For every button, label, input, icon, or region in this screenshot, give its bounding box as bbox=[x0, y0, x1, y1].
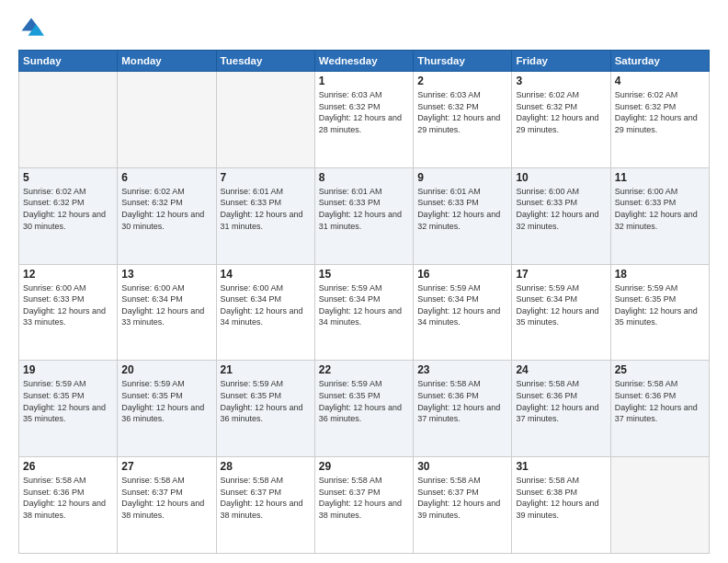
day-number: 29 bbox=[319, 460, 409, 473]
calendar-week-row: 5Sunrise: 6:02 AMSunset: 6:32 PMDaylight… bbox=[19, 167, 710, 264]
calendar-day-cell: 28Sunrise: 5:58 AMSunset: 6:37 PMDayligh… bbox=[216, 457, 314, 554]
day-info: Sunrise: 6:03 AMSunset: 6:32 PMDaylight:… bbox=[417, 89, 507, 135]
day-info: Sunrise: 5:59 AMSunset: 6:35 PMDaylight:… bbox=[221, 378, 311, 424]
day-info: Sunrise: 6:02 AMSunset: 6:32 PMDaylight:… bbox=[121, 186, 211, 232]
day-number: 7 bbox=[221, 171, 311, 184]
day-info: Sunrise: 6:03 AMSunset: 6:32 PMDaylight:… bbox=[319, 89, 409, 135]
day-info: Sunrise: 5:59 AMSunset: 6:35 PMDaylight:… bbox=[121, 378, 211, 424]
day-number: 30 bbox=[417, 460, 507, 473]
day-number: 24 bbox=[516, 363, 606, 376]
day-number: 28 bbox=[221, 460, 311, 473]
day-number: 14 bbox=[221, 268, 311, 281]
calendar-day-cell: 9Sunrise: 6:01 AMSunset: 6:33 PMDaylight… bbox=[414, 167, 512, 264]
calendar-day-cell: 1Sunrise: 6:03 AMSunset: 6:32 PMDaylight… bbox=[314, 72, 413, 168]
day-info: Sunrise: 6:00 AMSunset: 6:33 PMDaylight:… bbox=[516, 186, 606, 232]
day-number: 21 bbox=[221, 363, 311, 376]
weekday-header: Friday bbox=[512, 51, 610, 72]
day-number: 23 bbox=[417, 363, 507, 376]
day-info: Sunrise: 5:58 AMSunset: 6:36 PMDaylight:… bbox=[615, 378, 705, 424]
day-info: Sunrise: 5:59 AMSunset: 6:35 PMDaylight:… bbox=[319, 378, 409, 424]
day-number: 15 bbox=[319, 268, 409, 281]
day-number: 6 bbox=[121, 171, 211, 184]
day-info: Sunrise: 5:58 AMSunset: 6:36 PMDaylight:… bbox=[516, 378, 606, 424]
day-info: Sunrise: 5:58 AMSunset: 6:36 PMDaylight:… bbox=[23, 475, 113, 521]
weekday-header: Monday bbox=[118, 51, 216, 72]
day-info: Sunrise: 5:58 AMSunset: 6:36 PMDaylight:… bbox=[417, 378, 507, 424]
day-number: 8 bbox=[319, 171, 409, 184]
day-number: 12 bbox=[23, 268, 113, 281]
calendar-day-cell: 15Sunrise: 5:59 AMSunset: 6:34 PMDayligh… bbox=[314, 264, 413, 361]
day-number: 31 bbox=[516, 460, 606, 473]
day-number: 18 bbox=[615, 268, 705, 281]
day-info: Sunrise: 5:58 AMSunset: 6:37 PMDaylight:… bbox=[417, 475, 507, 521]
day-info: Sunrise: 5:59 AMSunset: 6:34 PMDaylight:… bbox=[319, 282, 409, 328]
day-info: Sunrise: 6:01 AMSunset: 6:33 PMDaylight:… bbox=[319, 186, 409, 232]
calendar-table: SundayMondayTuesdayWednesdayThursdayFrid… bbox=[18, 50, 710, 554]
calendar-header-row: SundayMondayTuesdayWednesdayThursdayFrid… bbox=[19, 51, 710, 72]
calendar-day-cell: 8Sunrise: 6:01 AMSunset: 6:33 PMDaylight… bbox=[314, 167, 413, 264]
calendar-day-cell: 18Sunrise: 5:59 AMSunset: 6:35 PMDayligh… bbox=[610, 264, 709, 361]
day-info: Sunrise: 6:00 AMSunset: 6:34 PMDaylight:… bbox=[121, 282, 211, 328]
calendar-day-cell: 3Sunrise: 6:02 AMSunset: 6:32 PMDaylight… bbox=[512, 72, 610, 168]
day-number: 3 bbox=[516, 75, 606, 87]
calendar-day-cell: 4Sunrise: 6:02 AMSunset: 6:32 PMDaylight… bbox=[610, 72, 709, 168]
calendar-day-cell: 7Sunrise: 6:01 AMSunset: 6:33 PMDaylight… bbox=[216, 167, 314, 264]
calendar-day-cell: 21Sunrise: 5:59 AMSunset: 6:35 PMDayligh… bbox=[216, 361, 314, 457]
calendar-day-cell: 14Sunrise: 6:00 AMSunset: 6:34 PMDayligh… bbox=[216, 264, 314, 361]
calendar-day-cell: 30Sunrise: 5:58 AMSunset: 6:37 PMDayligh… bbox=[414, 457, 512, 554]
day-info: Sunrise: 6:00 AMSunset: 6:33 PMDaylight:… bbox=[615, 186, 705, 232]
day-info: Sunrise: 5:59 AMSunset: 6:35 PMDaylight:… bbox=[615, 282, 705, 328]
day-number: 9 bbox=[417, 171, 507, 184]
day-info: Sunrise: 6:02 AMSunset: 6:32 PMDaylight:… bbox=[615, 89, 705, 135]
day-number: 11 bbox=[615, 171, 705, 184]
calendar-day-cell: 23Sunrise: 5:58 AMSunset: 6:36 PMDayligh… bbox=[414, 361, 512, 457]
day-info: Sunrise: 5:58 AMSunset: 6:38 PMDaylight:… bbox=[516, 475, 606, 521]
calendar-day-cell bbox=[216, 72, 314, 168]
day-number: 1 bbox=[319, 75, 409, 87]
day-info: Sunrise: 5:59 AMSunset: 6:34 PMDaylight:… bbox=[516, 282, 606, 328]
calendar-day-cell: 24Sunrise: 5:58 AMSunset: 6:36 PMDayligh… bbox=[512, 361, 610, 457]
weekday-header: Sunday bbox=[19, 51, 118, 72]
day-number: 4 bbox=[615, 75, 705, 87]
calendar-day-cell: 19Sunrise: 5:59 AMSunset: 6:35 PMDayligh… bbox=[19, 361, 118, 457]
day-number: 19 bbox=[23, 363, 113, 376]
calendar-day-cell: 27Sunrise: 5:58 AMSunset: 6:37 PMDayligh… bbox=[118, 457, 216, 554]
day-number: 22 bbox=[319, 363, 409, 376]
weekday-header: Tuesday bbox=[216, 51, 314, 72]
calendar-day-cell bbox=[610, 457, 709, 554]
day-info: Sunrise: 6:00 AMSunset: 6:33 PMDaylight:… bbox=[23, 282, 113, 328]
day-info: Sunrise: 6:02 AMSunset: 6:32 PMDaylight:… bbox=[23, 186, 113, 232]
day-number: 26 bbox=[23, 460, 113, 473]
calendar-day-cell: 5Sunrise: 6:02 AMSunset: 6:32 PMDaylight… bbox=[19, 167, 118, 264]
calendar-day-cell: 29Sunrise: 5:58 AMSunset: 6:37 PMDayligh… bbox=[314, 457, 413, 554]
day-number: 27 bbox=[121, 460, 211, 473]
logo-icon bbox=[18, 15, 44, 40]
day-info: Sunrise: 6:02 AMSunset: 6:32 PMDaylight:… bbox=[516, 89, 606, 135]
day-info: Sunrise: 6:01 AMSunset: 6:33 PMDaylight:… bbox=[221, 186, 311, 232]
day-number: 10 bbox=[516, 171, 606, 184]
calendar-day-cell: 6Sunrise: 6:02 AMSunset: 6:32 PMDaylight… bbox=[118, 167, 216, 264]
calendar-day-cell: 25Sunrise: 5:58 AMSunset: 6:36 PMDayligh… bbox=[610, 361, 709, 457]
calendar-day-cell: 16Sunrise: 5:59 AMSunset: 6:34 PMDayligh… bbox=[414, 264, 512, 361]
calendar-day-cell: 2Sunrise: 6:03 AMSunset: 6:32 PMDaylight… bbox=[414, 72, 512, 168]
weekday-header: Saturday bbox=[610, 51, 709, 72]
day-number: 25 bbox=[615, 363, 705, 376]
header bbox=[18, 15, 710, 40]
weekday-header: Thursday bbox=[414, 51, 512, 72]
calendar-week-row: 19Sunrise: 5:59 AMSunset: 6:35 PMDayligh… bbox=[19, 361, 710, 457]
calendar-day-cell bbox=[19, 72, 118, 168]
calendar-week-row: 1Sunrise: 6:03 AMSunset: 6:32 PMDaylight… bbox=[19, 72, 710, 168]
day-number: 16 bbox=[417, 268, 507, 281]
day-number: 5 bbox=[23, 171, 113, 184]
calendar-day-cell: 12Sunrise: 6:00 AMSunset: 6:33 PMDayligh… bbox=[19, 264, 118, 361]
day-number: 20 bbox=[121, 363, 211, 376]
day-number: 17 bbox=[516, 268, 606, 281]
calendar-week-row: 26Sunrise: 5:58 AMSunset: 6:36 PMDayligh… bbox=[19, 457, 710, 554]
day-info: Sunrise: 5:58 AMSunset: 6:37 PMDaylight:… bbox=[221, 475, 311, 521]
day-info: Sunrise: 5:59 AMSunset: 6:35 PMDaylight:… bbox=[23, 378, 113, 424]
calendar-day-cell: 20Sunrise: 5:59 AMSunset: 6:35 PMDayligh… bbox=[118, 361, 216, 457]
day-info: Sunrise: 5:59 AMSunset: 6:34 PMDaylight:… bbox=[417, 282, 507, 328]
calendar-day-cell: 22Sunrise: 5:59 AMSunset: 6:35 PMDayligh… bbox=[314, 361, 413, 457]
page: SundayMondayTuesdayWednesdayThursdayFrid… bbox=[0, 0, 728, 563]
day-info: Sunrise: 5:58 AMSunset: 6:37 PMDaylight:… bbox=[121, 475, 211, 521]
